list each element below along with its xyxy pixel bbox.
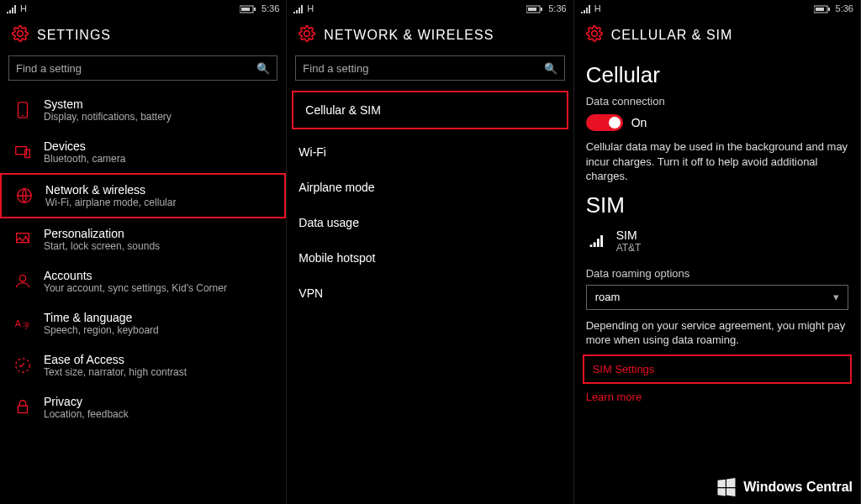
settings-item-devices[interactable]: DevicesBluetooth, camera [0, 131, 286, 173]
battery-icon [240, 3, 256, 13]
clock: 5:36 [836, 3, 853, 13]
item-title: Privacy [44, 395, 129, 408]
status-bar: H 5:36 [0, 0, 286, 17]
signal-icon [581, 3, 591, 13]
svg-text:字: 字 [23, 322, 30, 330]
network-item-airplane[interactable]: Airplane mode [287, 170, 573, 205]
page-title: SETTINGS [37, 28, 111, 43]
chevron-down-icon: ▾ [833, 291, 839, 303]
roaming-value: roam [595, 291, 621, 303]
network-item-cellular[interactable]: Cellular & SIM [292, 91, 568, 129]
status-bar: H 5:36 [287, 0, 573, 17]
item-title: Devices [44, 139, 125, 153]
svg-rect-13 [18, 406, 28, 412]
toggle-state: On [631, 116, 647, 129]
svg-rect-2 [241, 8, 250, 11]
data-connection-toggle[interactable] [586, 114, 623, 131]
signal-icon [293, 3, 304, 13]
item-title: Network & wireless [45, 183, 176, 197]
battery-icon [814, 3, 831, 13]
item-sub: Location, feedback [44, 408, 129, 420]
item-sub: Your account, sync settings, Kid's Corne… [44, 282, 227, 294]
search-icon: 🔍 [256, 62, 270, 75]
settings-item-accounts[interactable]: AccountsYour account, sync settings, Kid… [0, 260, 286, 302]
settings-pane: H 5:36 SETTINGS Find a setting 🔍 SystemD… [0, 0, 287, 504]
data-connection-label: Data connection [574, 93, 860, 109]
personalization-icon [12, 228, 34, 250]
svg-rect-19 [816, 8, 824, 11]
gear-icon [12, 25, 29, 45]
settings-item-system[interactable]: SystemDisplay, notifications, battery [0, 89, 286, 131]
clock: 5:36 [261, 3, 279, 13]
learn-more-link[interactable]: Learn more [574, 386, 860, 408]
signal-icon [7, 3, 17, 13]
item-title: Mobile hotspot [298, 251, 375, 265]
item-sub: Speech, region, keyboard [44, 324, 159, 336]
item-title: Cellular & SIM [305, 103, 380, 117]
sim-signal-icon [586, 235, 608, 247]
roaming-desc: Depending on your service agreement, you… [574, 318, 860, 353]
data-desc: Cellular data may be used in the backgro… [574, 139, 860, 189]
clock: 5:36 [548, 3, 566, 13]
sim-carrier: AT&T [616, 242, 642, 254]
item-title: Time & language [44, 311, 159, 324]
section-cellular: Cellular [574, 52, 860, 93]
globe-icon [13, 185, 35, 207]
carrier-label: H [20, 3, 27, 13]
item-sub: Bluetooth, camera [44, 153, 125, 165]
sim-name: SIM [616, 228, 642, 242]
svg-point-4 [22, 115, 24, 117]
network-pane: H 5:36 NETWORK & WIRELESS Find a setting… [287, 0, 573, 504]
search-icon: 🔍 [544, 62, 557, 75]
carrier-label: H [307, 3, 314, 13]
header: CELLULAR & SIM [574, 17, 860, 52]
sim-settings-link[interactable]: SIM Settings [583, 354, 852, 384]
svg-text:A: A [15, 318, 22, 328]
item-title: Airplane mode [298, 181, 374, 194]
svg-rect-16 [528, 8, 536, 11]
page-title: NETWORK & WIRELESS [324, 28, 494, 43]
settings-item-privacy[interactable]: PrivacyLocation, feedback [0, 386, 286, 428]
settings-item-time-language[interactable]: A字 Time & languageSpeech, region, keyboa… [0, 302, 286, 344]
accounts-icon [12, 270, 34, 292]
ease-of-access-icon [12, 354, 34, 376]
settings-item-network[interactable]: Network & wirelessWi-Fi, airplane mode, … [0, 173, 286, 218]
sim-row[interactable]: SIMAT&T [574, 223, 860, 262]
gear-icon [298, 25, 315, 45]
status-bar: H 5:36 [574, 0, 860, 17]
battery-icon [526, 3, 543, 13]
svg-point-9 [19, 276, 25, 281]
network-item-vpn[interactable]: VPN [287, 276, 573, 311]
settings-list: SystemDisplay, notifications, battery De… [0, 89, 286, 504]
item-title: Ease of Access [44, 353, 187, 366]
svg-rect-6 [25, 150, 30, 157]
svg-rect-18 [828, 8, 830, 11]
network-item-wifi[interactable]: Wi-Fi [287, 134, 573, 170]
item-title: Data usage [298, 216, 359, 229]
item-title: System [44, 97, 172, 111]
section-sim: SIM [574, 189, 860, 223]
item-sub: Wi-Fi, airplane mode, cellular [45, 197, 176, 208]
search-placeholder: Find a setting [303, 62, 543, 75]
gear-icon [586, 25, 603, 45]
network-item-hotspot[interactable]: Mobile hotspot [287, 240, 573, 276]
settings-item-personalization[interactable]: PersonalizationStart, lock screen, sound… [0, 218, 286, 260]
item-title: Personalization [44, 227, 160, 240]
roaming-select[interactable]: roam ▾ [586, 285, 848, 310]
item-title: Accounts [44, 269, 227, 282]
search-placeholder: Find a setting [16, 62, 256, 75]
search-input[interactable]: Find a setting 🔍 [8, 55, 277, 81]
network-item-data-usage[interactable]: Data usage [287, 205, 573, 240]
cellular-pane: H 5:36 CELLULAR & SIM Cellular Data conn… [574, 0, 861, 504]
item-title: VPN [298, 286, 323, 300]
privacy-icon [12, 396, 34, 418]
search-input[interactable]: Find a setting 🔍 [295, 55, 564, 81]
header: SETTINGS [0, 17, 286, 52]
settings-item-ease-of-access[interactable]: Ease of AccessText size, narrator, high … [0, 344, 286, 386]
carrier-label: H [594, 3, 601, 13]
devices-icon [12, 141, 34, 163]
item-sub: Display, notifications, battery [44, 111, 172, 123]
system-icon [12, 99, 34, 121]
svg-rect-1 [254, 8, 256, 11]
time-language-icon: A字 [12, 312, 34, 334]
